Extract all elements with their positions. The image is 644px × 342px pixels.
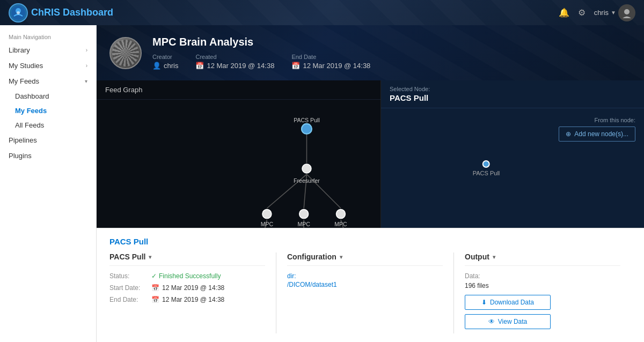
svg-text:MPC: MPC	[261, 221, 274, 227]
mini-node-label: PACS Pull	[473, 170, 500, 176]
end-date-col-value: 📅 12 Mar 2019 @ 14:38	[151, 296, 224, 303]
node-mpc1[interactable]	[262, 210, 272, 219]
add-node-section: From this node: ⊕ Add new node(s)...	[559, 117, 635, 142]
end-date-col-label: End Date:	[109, 296, 147, 303]
sidebar-section-label: Main Navigation	[0, 29, 96, 42]
library-chevron: ›	[86, 47, 87, 53]
main-content: MPC Brain Analysis Creator 👤 chris Creat…	[97, 25, 644, 342]
graph-canvas[interactable]: PACS Pull Freesurfer MPC MPC MPC	[97, 100, 380, 228]
creator-label: Creator	[152, 54, 178, 60]
config-dir-value: /DICOM/dataset1	[287, 281, 443, 288]
add-new-nodes-button[interactable]: ⊕ Add new node(s)...	[559, 127, 635, 142]
feed-header: MPC Brain Analysis Creator 👤 chris Creat…	[97, 25, 644, 80]
feed-icon	[109, 37, 142, 69]
user-menu[interactable]: chris ▼	[594, 4, 635, 21]
output-data-value: 196 files	[465, 282, 620, 289]
svg-point-3	[624, 9, 630, 14]
selected-node-body: From this node: ⊕ Add new node(s)... PAC…	[381, 108, 644, 228]
content-area: Feed Graph PACS Pull	[97, 80, 644, 228]
status-value: ✓ Finished Successfully	[151, 272, 221, 280]
sidebar-item-plugins[interactable]: Plugins	[0, 148, 96, 163]
col1-header: PACS Pull ▾	[109, 252, 265, 266]
plugins-label: Plugins	[9, 152, 32, 160]
checkmark-icon: ✓	[151, 272, 157, 280]
sidebar-feeds-label: My Feeds	[9, 77, 39, 85]
calendar-icon: 📅	[195, 62, 204, 70]
selected-node-name: PACS Pull	[381, 93, 644, 108]
svg-text:PACS Pull: PACS Pull	[294, 117, 320, 123]
bottom-col-pacs: PACS Pull ▾ Status: ✓ Finished Successfu…	[109, 252, 276, 333]
bottom-col-config: Configuration ▾ dir: /DICOM/dataset1	[276, 252, 453, 333]
node-mpc2[interactable]	[299, 210, 309, 219]
top-navbar: ChRIS Dashboard 🔔 ⚙ chris ▼	[0, 0, 644, 25]
end-date-label: End Date	[291, 54, 370, 60]
selected-node-label-text: Selected Node:	[381, 80, 644, 93]
chris-logo	[9, 3, 28, 23]
add-icon: ⊕	[566, 130, 571, 138]
cal-icon-end: 📅	[151, 296, 159, 303]
created-label: Created	[195, 54, 274, 60]
graph-svg[interactable]: PACS Pull Freesurfer MPC MPC MPC	[97, 100, 380, 228]
notification-bell[interactable]: 🔔	[559, 8, 569, 18]
creator-value: 👤 chris	[152, 62, 178, 70]
config-dir-label: dir:	[287, 272, 443, 280]
person-icon: 👤	[152, 62, 161, 70]
status-row: Status: ✓ Finished Successfully	[109, 272, 265, 280]
settings-gear[interactable]: ⚙	[578, 8, 586, 18]
sidebar-item-library[interactable]: Library ›	[0, 42, 96, 58]
feeds-chevron: ▾	[85, 78, 87, 84]
app-body: Main Navigation Library › My Studies › M…	[0, 25, 644, 342]
end-date-row: End Date: 📅 12 Mar 2019 @ 14:38	[109, 296, 265, 303]
svg-point-2	[17, 11, 20, 14]
feed-name: MPC Brain Analysis	[152, 36, 370, 48]
bottom-col-output: Output ▾ Data: 196 files ⬇ Download Data…	[453, 252, 631, 333]
user-dropdown-chevron: ▼	[611, 10, 616, 16]
col2-chevron[interactable]: ▾	[340, 254, 342, 260]
sidebar-library-label: Library	[9, 46, 30, 54]
selected-node-mini-display: PACS Pull	[473, 160, 500, 176]
sidebar-sub-my-feeds[interactable]: My Feeds	[0, 103, 96, 118]
username-label: chris	[594, 9, 609, 17]
start-date-label: Start Date:	[109, 284, 147, 292]
svg-text:Freesurfer: Freesurfer	[294, 177, 320, 184]
sidebar: Main Navigation Library › My Studies › M…	[0, 25, 97, 342]
bottom-panel: PACS Pull PACS Pull ▾ Status: ✓ Finished…	[97, 228, 644, 342]
user-avatar	[618, 4, 635, 21]
svg-text:MPC: MPC	[334, 221, 347, 227]
col3-header: Output ▾	[465, 252, 620, 266]
status-label: Status:	[109, 272, 147, 280]
output-data-label: Data:	[465, 272, 620, 280]
studies-chevron: ›	[86, 63, 87, 69]
selected-node-panel: Selected Node: PACS Pull From this node:…	[381, 80, 644, 228]
feed-graph-panel: Feed Graph PACS Pull	[97, 80, 381, 228]
col2-header: Configuration ▾	[287, 252, 443, 266]
download-data-button[interactable]: ⬇ Download Data	[465, 295, 551, 310]
start-date-value: 📅 12 Mar 2019 @ 14:38	[151, 284, 224, 292]
sidebar-sub-dashboard[interactable]: Dashboard	[0, 89, 96, 103]
sidebar-sub-all-feeds[interactable]: All Feeds	[0, 118, 96, 132]
app-title: ChRIS Dashboard	[31, 7, 113, 18]
sidebar-item-my-feeds[interactable]: My Feeds ▾	[0, 73, 96, 89]
pipelines-label: Pipelines	[9, 136, 37, 144]
col1-chevron[interactable]: ▾	[149, 254, 151, 260]
svg-text:MPC: MPC	[297, 221, 310, 227]
created-value: 📅 12 Mar 2019 @ 14:38	[195, 62, 274, 70]
feed-graph-title: Feed Graph	[97, 80, 380, 100]
calendar-end-icon: 📅	[291, 62, 300, 70]
cal-icon-start: 📅	[151, 284, 159, 292]
bottom-columns: PACS Pull ▾ Status: ✓ Finished Successfu…	[109, 252, 631, 333]
node-mpc3[interactable]	[336, 210, 345, 219]
node-freesurfer[interactable]	[302, 164, 311, 173]
node-pacs-pull[interactable]	[302, 124, 312, 134]
download-icon: ⬇	[481, 299, 487, 306]
feed-info: MPC Brain Analysis Creator 👤 chris Creat…	[152, 36, 370, 70]
from-node-label: From this node:	[595, 117, 635, 123]
view-data-button[interactable]: 👁 View Data	[465, 314, 551, 329]
eye-icon: 👁	[488, 318, 495, 325]
sidebar-item-my-studies[interactable]: My Studies ›	[0, 58, 96, 73]
bottom-panel-title: PACS Pull	[109, 237, 631, 246]
mini-node-dot	[482, 160, 490, 168]
sidebar-item-pipelines[interactable]: Pipelines	[0, 132, 96, 148]
col3-chevron[interactable]: ▾	[493, 254, 495, 260]
start-date-row: Start Date: 📅 12 Mar 2019 @ 14:38	[109, 284, 265, 292]
